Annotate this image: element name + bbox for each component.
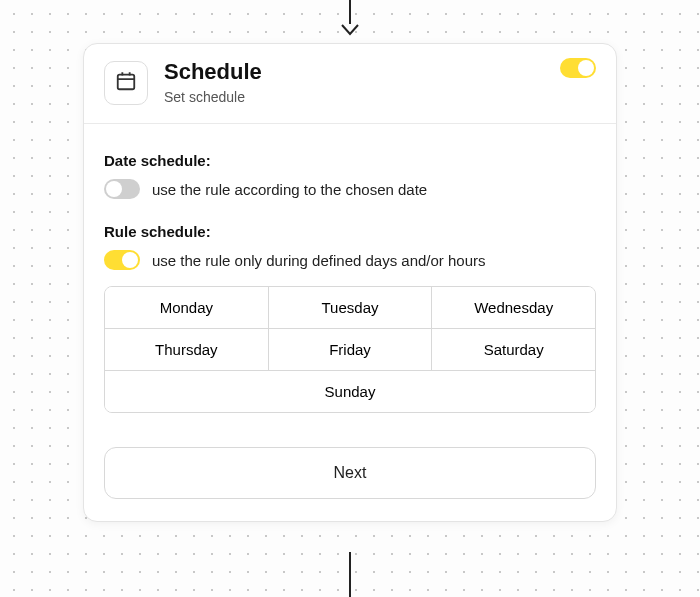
rule-schedule-toggle[interactable] bbox=[104, 250, 140, 270]
day-thursday[interactable]: Thursday bbox=[105, 329, 268, 370]
day-friday[interactable]: Friday bbox=[268, 329, 432, 370]
next-button[interactable]: Next bbox=[104, 447, 596, 499]
day-saturday[interactable]: Saturday bbox=[431, 329, 595, 370]
flow-arrow-out bbox=[349, 552, 351, 597]
day-tuesday[interactable]: Tuesday bbox=[268, 287, 432, 328]
date-schedule-label: Date schedule: bbox=[104, 152, 596, 169]
calendar-icon bbox=[115, 70, 137, 96]
svg-rect-0 bbox=[118, 74, 135, 89]
schedule-card: Schedule Set schedule Date schedule: use… bbox=[83, 43, 617, 522]
flow-arrow-in bbox=[341, 0, 359, 36]
rule-schedule-desc: use the rule only during defined days an… bbox=[152, 252, 486, 269]
day-sunday[interactable]: Sunday bbox=[105, 371, 595, 412]
main-toggle[interactable] bbox=[560, 58, 596, 78]
card-header: Schedule Set schedule bbox=[84, 44, 616, 124]
date-schedule-desc: use the rule according to the chosen dat… bbox=[152, 181, 427, 198]
day-wednesday[interactable]: Wednesday bbox=[431, 287, 595, 328]
card-subtitle: Set schedule bbox=[164, 89, 596, 105]
card-body: Date schedule: use the rule according to… bbox=[84, 124, 616, 521]
schedule-icon-box bbox=[104, 61, 148, 105]
card-title: Schedule bbox=[164, 60, 596, 84]
day-monday[interactable]: Monday bbox=[105, 287, 268, 328]
day-grid: Monday Tuesday Wednesday Thursday Friday… bbox=[104, 286, 596, 413]
date-schedule-toggle[interactable] bbox=[104, 179, 140, 199]
rule-schedule-label: Rule schedule: bbox=[104, 223, 596, 240]
arrow-down-icon bbox=[341, 24, 359, 36]
